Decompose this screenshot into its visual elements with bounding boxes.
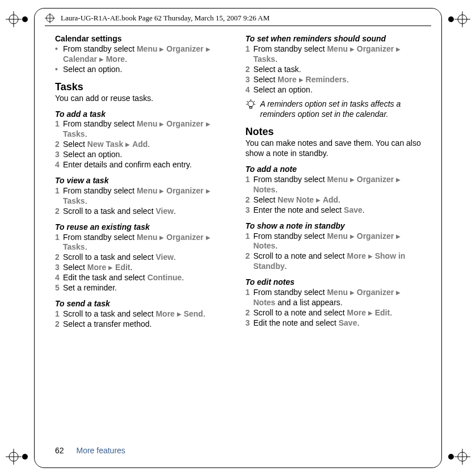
list-item: 1From standby select Menu ▶ Organizer ▶ … bbox=[55, 233, 231, 253]
subheading-set-reminder: To set when reminders should sound bbox=[246, 34, 422, 44]
list-item: 1Scroll to a task and select More ▶ Send… bbox=[55, 309, 231, 319]
tip-note: A reminders option set in tasks affects … bbox=[246, 99, 422, 120]
list-item: 3Edit the note and select Save. bbox=[246, 318, 422, 328]
list-item: 2Scroll to a note and select More ▶ Edit… bbox=[246, 308, 422, 318]
list-item: 3Select an option. bbox=[55, 150, 231, 160]
subheading-add-task: To add a task bbox=[55, 109, 231, 120]
crop-mark-icon bbox=[448, 8, 470, 31]
list-item: 3Select More ▶ Reminders. bbox=[246, 75, 422, 85]
list-item: 4Enter details and confirm each entry. bbox=[55, 160, 231, 170]
crop-mark-icon bbox=[6, 8, 28, 31]
list-item: 2Scroll to a task and select View. bbox=[55, 252, 231, 263]
svg-rect-25 bbox=[250, 107, 252, 108]
list-item: 2Select a transfer method. bbox=[55, 319, 231, 330]
page-footer: 62 More features bbox=[55, 446, 125, 455]
crop-mark-icon bbox=[6, 445, 28, 468]
svg-point-3 bbox=[22, 16, 28, 22]
list-item: 2Select New Task ▶ Add. bbox=[55, 140, 231, 150]
svg-line-22 bbox=[254, 101, 255, 102]
list-item: 1From standby select Menu ▶ Organizer ▶ … bbox=[246, 231, 422, 252]
tip-text: A reminders option set in tasks affects … bbox=[260, 99, 422, 120]
svg-point-12 bbox=[448, 454, 454, 460]
section-name: More features bbox=[76, 446, 125, 455]
svg-point-19 bbox=[248, 101, 254, 107]
right-column: To set when reminders should sound 1From… bbox=[246, 34, 422, 330]
subheading-show-note: To show a note in standby bbox=[246, 221, 422, 231]
tasks-intro: You can add or reuse tasks. bbox=[55, 94, 231, 104]
page-frame: Laura-UG-R1A-AE.book Page 62 Thursday, M… bbox=[34, 8, 442, 468]
list-item: 1From standby select Menu ▶ Organizer ▶ … bbox=[246, 175, 422, 195]
subheading-reuse-task: To reuse an existing task bbox=[55, 222, 231, 233]
svg-line-21 bbox=[247, 101, 248, 102]
list-item: •Select an option. bbox=[55, 65, 231, 75]
list-item: 4Select an option. bbox=[246, 85, 422, 95]
registration-mark-icon bbox=[45, 13, 55, 23]
svg-point-4 bbox=[448, 16, 454, 22]
list-item: 2Select New Note ▶ Add. bbox=[246, 195, 422, 205]
list-item: 1From standby select Menu ▶ Organizer ▶ … bbox=[55, 186, 231, 207]
document-title: Laura-UG-R1A-AE.book Page 62 Thursday, M… bbox=[61, 14, 269, 23]
subheading-view-task: To view a task bbox=[55, 176, 231, 186]
heading-tasks: Tasks bbox=[55, 81, 231, 94]
lightbulb-icon bbox=[246, 99, 256, 120]
notes-intro: You can make notes and save them. You ca… bbox=[246, 138, 422, 159]
crop-mark-icon bbox=[448, 445, 470, 468]
subheading-add-note: To add a note bbox=[246, 165, 422, 175]
list-item: 1From standby select Menu ▶ Organizer ▶ … bbox=[55, 119, 231, 140]
list-item: 1From standby select Menu ▶ Organizer ▶ … bbox=[246, 288, 422, 308]
list-item: 2Scroll to a task and select View. bbox=[55, 207, 231, 217]
list-item: 2Select a task. bbox=[246, 65, 422, 75]
svg-point-11 bbox=[22, 454, 28, 460]
subheading-edit-notes: To edit notes bbox=[246, 277, 422, 288]
list-item: 2Scroll to a note and select More ▶ Show… bbox=[246, 251, 422, 272]
left-column: Calendar settings •From standby select M… bbox=[55, 34, 231, 330]
list-item: 3Enter the note and select Save. bbox=[246, 205, 422, 216]
list-item: •From standby select Menu ▶ Organizer ▶ … bbox=[55, 44, 231, 65]
page-number: 62 bbox=[55, 446, 64, 455]
heading-calendar-settings: Calendar settings bbox=[55, 34, 231, 44]
list-item: 3Select More ▶ Edit. bbox=[55, 263, 231, 273]
page-header: Laura-UG-R1A-AE.book Page 62 Thursday, M… bbox=[45, 13, 431, 26]
subheading-send-task: To send a task bbox=[55, 299, 231, 309]
heading-notes: Notes bbox=[246, 125, 422, 138]
list-item: 5Set a reminder. bbox=[55, 283, 231, 293]
list-item: 1From standby select Menu ▶ Organizer ▶ … bbox=[246, 44, 422, 65]
list-item: 4Edit the task and select Continue. bbox=[55, 273, 231, 283]
